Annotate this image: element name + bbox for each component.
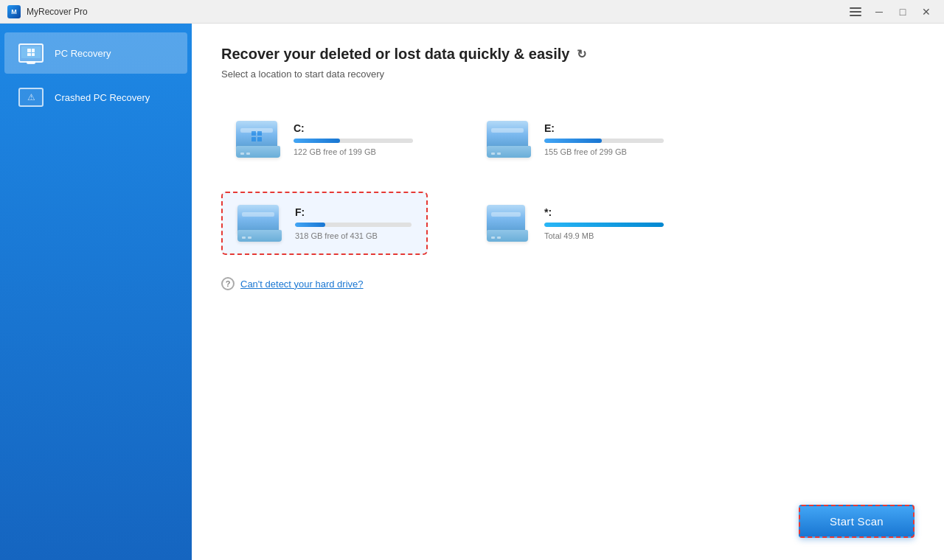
content-area: Recover your deleted or lost data quickl…: [192, 24, 944, 560]
drive-card-c[interactable]: C: 122 GB free of 199 GB: [221, 109, 428, 169]
maximize-button[interactable]: □: [892, 4, 913, 19]
app-icon: M: [7, 5, 21, 18]
drive-e-letter: E:: [544, 122, 664, 134]
drive-c-fill: [294, 139, 340, 143]
drive-f-info: F: 318 GB free of 431 GB: [295, 206, 412, 240]
drives-grid: C: 122 GB free of 199 GB: [221, 109, 914, 255]
drive-e-info: E: 155 GB free of 299 GB: [544, 122, 664, 156]
drive-f-fill: [295, 223, 325, 227]
drive-e-fill: [544, 139, 602, 143]
start-scan-button[interactable]: Start Scan: [799, 505, 914, 538]
drive-card-f[interactable]: F: 318 GB free of 431 GB: [221, 192, 428, 255]
drive-f-bar: [295, 223, 412, 227]
sidebar-item-pc-recovery[interactable]: PC Recovery: [4, 32, 187, 74]
sidebar-item-pc-recovery-label: PC Recovery: [55, 48, 111, 59]
main-layout: PC Recovery ⚠ Crashed PC Recovery Recove…: [0, 24, 944, 560]
drive-c-icon: [236, 121, 280, 158]
drive-e-icon: [487, 121, 531, 158]
crashed-pc-icon: ⚠: [18, 87, 44, 108]
sidebar-item-crashed-label: Crashed PC Recovery: [55, 92, 150, 103]
page-subtitle: Select a location to start data recovery: [221, 69, 914, 80]
minimize-button[interactable]: ─: [869, 4, 889, 19]
drive-star-fill: [544, 223, 664, 227]
monitor-icon: [18, 43, 44, 63]
drive-c-letter: C:: [294, 122, 413, 134]
titlebar: M MyRecover Pro ─ □ ✕: [0, 0, 944, 24]
drive-star-icon: [487, 205, 531, 242]
drive-star-info: *: Total 49.9 MB: [544, 206, 664, 240]
windows-drive-logo: [251, 131, 262, 141]
drive-star-size: Total 49.9 MB: [544, 231, 664, 240]
sidebar-item-crashed-pc-recovery[interactable]: ⚠ Crashed PC Recovery: [4, 77, 187, 118]
scan-button-wrap: Start Scan: [799, 505, 914, 538]
app-name: MyRecover Pro: [27, 7, 88, 17]
drive-f-size: 318 GB free of 431 GB: [295, 231, 412, 240]
refresh-icon[interactable]: ↻: [577, 47, 586, 61]
drive-card-star[interactable]: *: Total 49.9 MB: [472, 192, 678, 255]
drive-star-letter: *:: [544, 206, 664, 218]
drive-f-icon: [237, 205, 282, 242]
titlebar-left: M MyRecover Pro: [7, 5, 88, 18]
drive-e-size: 155 GB free of 299 GB: [544, 147, 664, 156]
pc-recovery-icon: [18, 43, 44, 63]
drive-c-bar: [294, 139, 413, 143]
drive-f-letter: F:: [295, 206, 412, 218]
help-link[interactable]: Can't detect your hard drive?: [240, 279, 364, 290]
drive-c-info: C: 122 GB free of 199 GB: [294, 122, 413, 156]
drive-card-e[interactable]: E: 155 GB free of 299 GB: [472, 109, 678, 169]
crashed-monitor-icon: ⚠: [18, 88, 44, 107]
close-button[interactable]: ✕: [916, 4, 937, 19]
drive-e-bar: [544, 139, 664, 143]
drive-c-size: 122 GB free of 199 GB: [294, 147, 413, 156]
hamburger-icon: [847, 4, 864, 19]
titlebar-controls: ─ □ ✕: [845, 4, 937, 19]
page-title: Recover your deleted or lost data quickl…: [221, 46, 914, 63]
help-row: ? Can't detect your hard drive?: [221, 277, 914, 290]
help-icon: ?: [221, 277, 235, 290]
drive-star-bar: [544, 223, 664, 227]
windows-logo-icon: [27, 49, 35, 56]
menu-button[interactable]: [845, 4, 866, 19]
sidebar: PC Recovery ⚠ Crashed PC Recovery: [0, 24, 192, 560]
